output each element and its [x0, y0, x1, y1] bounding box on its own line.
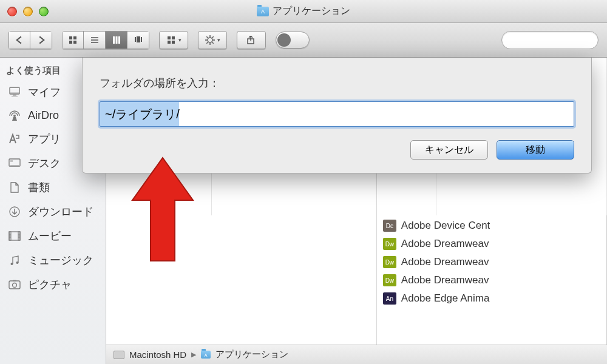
dialog-label: フォルダの場所を入力：: [100, 76, 574, 90]
file-label: Adobe Dreamweav: [401, 256, 489, 268]
svg-line-25: [212, 36, 213, 38]
folder-path-input[interactable]: [100, 101, 574, 127]
folder-icon: Dw: [383, 238, 396, 250]
sidebar-item-movies[interactable]: ムービー: [0, 224, 106, 248]
svg-point-47: [11, 263, 13, 265]
go-button[interactable]: 移動: [497, 140, 574, 160]
sidebar-item-label: ピクチャ: [28, 277, 72, 292]
svg-point-33: [13, 115, 16, 117]
folder-icon: A: [257, 7, 269, 16]
toggle-switch[interactable]: [276, 32, 310, 49]
svg-rect-30: [10, 92, 19, 94]
go-to-folder-dialog: フォルダの場所を入力： キャンセル 移動: [82, 58, 592, 174]
chevron-down-icon: ▾: [178, 37, 181, 43]
search-field[interactable]: [501, 31, 599, 49]
svg-rect-9: [118, 36, 120, 44]
svg-rect-10: [135, 37, 136, 42]
svg-rect-12: [141, 37, 142, 42]
view-icon-button[interactable]: [62, 31, 84, 49]
apps-icon: [7, 133, 22, 145]
sidebar-item-label: AirDro: [28, 109, 59, 122]
documents-icon: [7, 181, 22, 194]
svg-rect-35: [10, 160, 13, 162]
svg-rect-13: [168, 36, 171, 39]
zoom-window-button[interactable]: [39, 7, 49, 16]
hard-drive-icon: [114, 351, 124, 359]
svg-rect-2: [69, 41, 72, 44]
sidebar-item-label: ダウンロード: [28, 204, 93, 219]
svg-rect-16: [172, 41, 175, 44]
sidebar-item-label: 書類: [28, 180, 50, 195]
sidebar-item-label: アプリ: [28, 132, 61, 146]
toolbar: ▾ ▾: [0, 23, 607, 58]
svg-point-50: [13, 283, 17, 288]
arrange-button[interactable]: ▾: [159, 31, 188, 49]
sidebar-item-downloads[interactable]: ダウンロード: [0, 200, 106, 224]
view-coverflow-button[interactable]: [127, 31, 149, 49]
folder-icon: Dw: [383, 256, 396, 268]
toggle-knob: [277, 33, 291, 47]
imac-icon: [7, 86, 22, 98]
folder-icon: Dc: [383, 220, 396, 232]
view-list-button[interactable]: [84, 31, 106, 49]
sidebar-item-pictures[interactable]: ピクチャ: [0, 272, 106, 297]
sidebar-item-label: マイフ: [28, 85, 61, 99]
svg-rect-0: [69, 36, 72, 39]
chevron-right-icon: ▶: [191, 351, 196, 359]
file-label: Adobe Dreamweav: [401, 238, 489, 250]
sidebar-item-label: デスク: [28, 156, 61, 170]
view-mode-group: [62, 31, 149, 49]
back-button[interactable]: [8, 31, 30, 49]
sidebar-item-documents[interactable]: 書類: [0, 175, 106, 200]
chevron-down-icon: ▾: [217, 37, 220, 43]
forward-button[interactable]: [30, 31, 52, 49]
airdrop-icon: [7, 110, 22, 122]
svg-line-22: [206, 36, 208, 38]
path-segment[interactable]: アプリケーション: [215, 349, 288, 360]
share-icon: [246, 36, 256, 44]
file-row[interactable]: AnAdobe Edge Anima: [377, 289, 606, 308]
file-label: Adobe Edge Anima: [401, 292, 490, 305]
svg-rect-7: [113, 36, 115, 44]
pictures-icon: [7, 278, 22, 291]
file-row[interactable]: DwAdobe Dreamweav: [377, 253, 606, 271]
svg-rect-11: [137, 36, 140, 42]
sidebar-item-label: ミュージック: [28, 253, 93, 268]
titlebar: A アプリケーション: [0, 0, 607, 23]
share-button[interactable]: [237, 31, 266, 49]
file-label: Adobe Dreamweav: [401, 274, 489, 286]
folder-icon: An: [383, 292, 396, 305]
view-column-button[interactable]: [106, 31, 127, 49]
cancel-button[interactable]: キャンセル: [410, 140, 488, 160]
svg-point-17: [208, 38, 212, 42]
music-icon: [7, 254, 22, 266]
close-window-button[interactable]: [7, 7, 17, 16]
svg-rect-32: [12, 96, 18, 97]
svg-rect-15: [168, 41, 171, 44]
downloads-icon: [7, 206, 22, 218]
folder-icon: Dw: [383, 274, 396, 286]
svg-rect-3: [73, 41, 76, 44]
svg-rect-8: [115, 36, 117, 44]
minimize-window-button[interactable]: [23, 7, 33, 16]
svg-rect-14: [172, 36, 175, 39]
path-segment[interactable]: Macintosh HD: [129, 349, 186, 360]
file-label: Adobe Device Cent: [401, 220, 490, 232]
sidebar-item-music[interactable]: ミュージック: [0, 248, 106, 272]
svg-line-24: [206, 42, 208, 44]
svg-rect-31: [13, 95, 16, 96]
svg-point-48: [16, 261, 19, 264]
action-button[interactable]: ▾: [198, 31, 227, 49]
file-row[interactable]: DwAdobe Dreamweav: [377, 271, 606, 289]
path-bar: Macintosh HD ▶ A アプリケーション: [106, 345, 607, 364]
search-input[interactable]: [512, 35, 607, 45]
file-row[interactable]: DcAdobe Device Cent: [377, 217, 606, 235]
svg-rect-1: [73, 36, 76, 39]
window-title: A アプリケーション: [257, 5, 350, 18]
svg-rect-51: [13, 280, 16, 282]
desktop-icon: [7, 157, 22, 169]
window-title-text: アプリケーション: [273, 5, 350, 18]
file-row[interactable]: DwAdobe Dreamweav: [377, 235, 606, 253]
svg-line-23: [212, 42, 213, 44]
svg-rect-36: [10, 165, 19, 166]
